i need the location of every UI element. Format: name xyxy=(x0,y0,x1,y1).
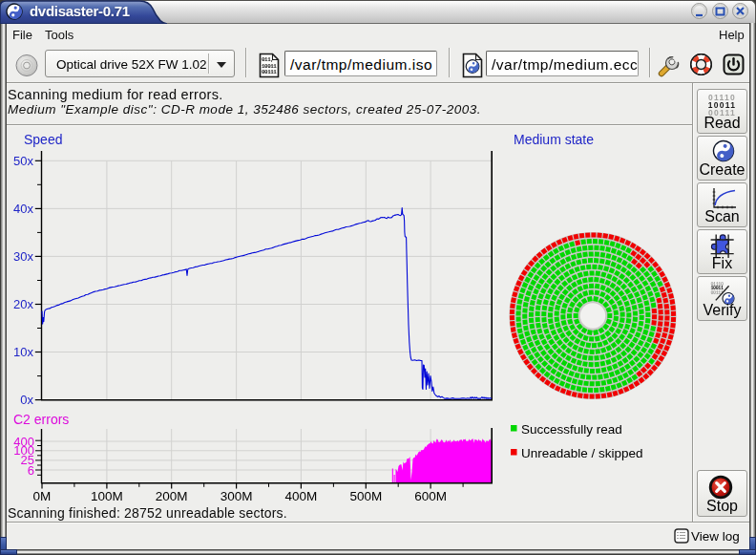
svg-text:Speed: Speed xyxy=(24,132,62,147)
svg-text:300M: 300M xyxy=(220,489,253,503)
svg-text:50x: 50x xyxy=(13,154,33,168)
svg-text:10x: 10x xyxy=(13,345,33,359)
svg-text:0x: 0x xyxy=(20,393,33,407)
svg-text:Unreadable / skipped: Unreadable / skipped xyxy=(521,446,643,460)
svg-text:30x: 30x xyxy=(13,249,33,264)
svg-text:20x: 20x xyxy=(13,297,33,311)
svg-text:Medium state: Medium state xyxy=(514,132,594,147)
svg-text:6: 6 xyxy=(28,463,34,478)
svg-text:Successfully read: Successfully read xyxy=(521,422,622,437)
svg-text:600M: 600M xyxy=(414,489,447,503)
svg-text:100M: 100M xyxy=(91,489,123,503)
svg-text:40x: 40x xyxy=(13,202,33,216)
svg-text:400M: 400M xyxy=(285,489,318,503)
svg-text:0M: 0M xyxy=(33,489,52,503)
svg-text:200M: 200M xyxy=(156,489,188,503)
svg-text:C2 errors: C2 errors xyxy=(13,412,69,427)
svg-text:500M: 500M xyxy=(349,489,382,503)
